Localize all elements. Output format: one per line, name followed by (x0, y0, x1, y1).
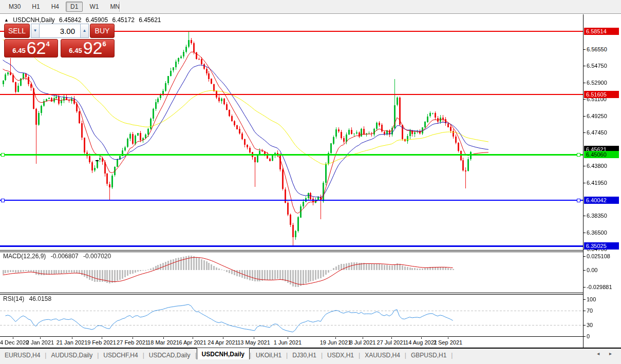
date-axis-tick (40, 337, 41, 339)
timeframe-button-m30[interactable]: M30 (4, 2, 25, 12)
rsi-axis-label: 30 (587, 322, 593, 328)
sell-price-button[interactable]: 6.45 62 4 (4, 39, 58, 58)
date-axis-label: 9 Feb 2021 (87, 339, 116, 346)
macd-axis-label: 0.00 (587, 267, 597, 273)
level-line-handle[interactable] (1, 153, 5, 157)
date-axis-tick (335, 337, 336, 339)
chart-tab-usdcad[interactable]: USDCAD,Daily (144, 350, 195, 360)
date-axis-tick (254, 337, 254, 339)
price-axis-tick (584, 66, 586, 66)
timeframe-button-w1[interactable]: W1 (85, 2, 103, 12)
chart-symbol-header: ▲ USDCNH,Daily 6.45842 6.45905 6.45172 6… (4, 16, 164, 24)
date-axis-tick (13, 337, 13, 339)
chart-tab-usdcnh[interactable]: USDCNH,Daily (197, 348, 250, 359)
volume-input[interactable] (40, 24, 80, 38)
price-badge: 6.51605 (584, 91, 619, 98)
buy-price-pip: 6 (102, 40, 106, 48)
price-axis-tick (584, 99, 586, 100)
chart-header-arrow-icon[interactable]: ▲ (4, 17, 9, 23)
chart-tab-ukoil[interactable]: UKOil,H1 (251, 350, 286, 360)
panel-divider (0, 252, 583, 252)
price-axis-tick (584, 83, 586, 83)
chart-tab-usdx[interactable]: USDX,H1 (323, 350, 359, 360)
price-axis-border (583, 14, 584, 348)
ohlc-close: 6.45621 (139, 16, 161, 24)
macd-header: MACD(12,26,9) -0.006807 -0.007020 (3, 253, 114, 260)
date-axis-tick (421, 337, 422, 339)
macd-label: MACD(12,26,9) (3, 253, 46, 260)
date-axis-tick (102, 337, 102, 339)
one-click-trading-panel: SELL ▼ ▲ BUY 6.45 62 4 6.45 92 6 (4, 24, 115, 58)
date-axis-tick (133, 337, 133, 339)
tab-scroll-right-icon[interactable]: ▸ (609, 351, 616, 356)
buy-price-big: 92 (83, 40, 103, 55)
macd-axis-tick (584, 287, 586, 288)
chart-tab-xauusd[interactable]: XAUUSD,H4 (360, 350, 405, 360)
chart-tab-audusd[interactable]: AUDUSD,Daily (46, 350, 97, 360)
volume-decrease-button[interactable]: ▼ (31, 24, 40, 38)
panel-divider (0, 336, 583, 337)
sell-price-prefix: 6.45 (12, 47, 25, 54)
volume-increase-button[interactable]: ▲ (80, 24, 89, 38)
price-axis-label: 6.36500 (587, 229, 607, 236)
rsi-canvas[interactable] (0, 295, 583, 336)
macd-axis-tick (584, 256, 586, 257)
tab-separator: | (451, 352, 453, 359)
buy-button[interactable]: BUY (90, 24, 115, 38)
chart-tab-gbpusd[interactable]: GBPUSD,H1 (406, 350, 451, 360)
rsi-axis-label: 100 (587, 296, 596, 302)
price-axis-tick (584, 132, 586, 133)
macd-value-main: -0.006807 (51, 253, 79, 260)
date-axis-label: 1 Jun 2021 (274, 339, 302, 346)
date-axis-label: 6 Apr 2021 (179, 339, 206, 346)
ohlc-open: 6.45842 (59, 16, 81, 24)
date-axis-label: 8 Jul 2021 (350, 339, 376, 346)
timeframe-button-h4[interactable]: H4 (47, 2, 64, 12)
sell-price-pip: 4 (46, 40, 49, 48)
macd-axis-tick (584, 270, 586, 271)
sell-button[interactable]: SELL (4, 24, 30, 38)
chart-tab-usdchf[interactable]: USDCHF,H4 (99, 350, 142, 360)
tab-scroll-left-icon[interactable]: ◂ (597, 351, 604, 356)
date-axis-label: 18 Mar 2021 (147, 339, 179, 346)
price-axis-label: 6.38350 (587, 213, 607, 219)
price-badge: 6.45060 (584, 151, 619, 158)
level-line-handle[interactable] (577, 153, 580, 157)
level-line-handle[interactable] (1, 199, 5, 202)
price-axis-tick (584, 216, 586, 216)
price-badge: 6.40042 (584, 197, 619, 204)
date-axis-label: 14 Dec 2020 (0, 339, 29, 346)
date-axis-tick (288, 337, 288, 339)
ohlc-high: 6.45905 (86, 16, 108, 24)
panel-divider (0, 293, 583, 293)
chart-tab-eurusd[interactable]: EURUSD,H4 (0, 350, 45, 360)
timeframe-button-mn[interactable]: MN (105, 2, 124, 12)
rsi-value: 46.0158 (29, 295, 51, 302)
price-axis-tick (584, 183, 586, 183)
toolbar-separator (119, 2, 120, 12)
timeframe-button-h1[interactable]: H1 (27, 2, 44, 12)
date-axis-tick (163, 337, 164, 339)
date-axis-label: 14 Aug 2021 (405, 339, 437, 346)
date-axis-label: 24 Apr 2021 (208, 339, 238, 346)
chevron-down-icon: ▼ (33, 28, 37, 33)
buy-price-button[interactable]: 6.45 92 6 (61, 39, 115, 58)
level-line-handle[interactable] (577, 199, 580, 202)
rsi-axis-label: 0 (587, 333, 590, 339)
date-axis-label: 27 Feb 2021 (117, 339, 148, 346)
date-axis-tick (72, 337, 72, 339)
macd-axis-label: -0.029881 (587, 284, 612, 290)
chart-tab-dj30[interactable]: DJ30,H1 (288, 350, 321, 360)
date-axis-label: 2 Jan 2021 (26, 339, 54, 346)
price-axis-tick (584, 49, 586, 50)
ohlc-low: 6.45172 (112, 16, 134, 24)
timeframe-button-d1[interactable]: D1 (66, 2, 83, 12)
rsi-header: RSI(14) 46.0158 (3, 295, 54, 302)
rsi-label: RSI(14) (3, 295, 24, 302)
price-axis-tick (584, 116, 586, 117)
date-axis-tick (363, 337, 363, 339)
macd-axis-label: 0.025108 (587, 253, 610, 259)
chart-symbol-label: USDCNH,Daily (13, 16, 54, 24)
chevron-up-icon: ▲ (83, 28, 87, 33)
date-axis-label: 19 Jun 2021 (320, 339, 351, 346)
